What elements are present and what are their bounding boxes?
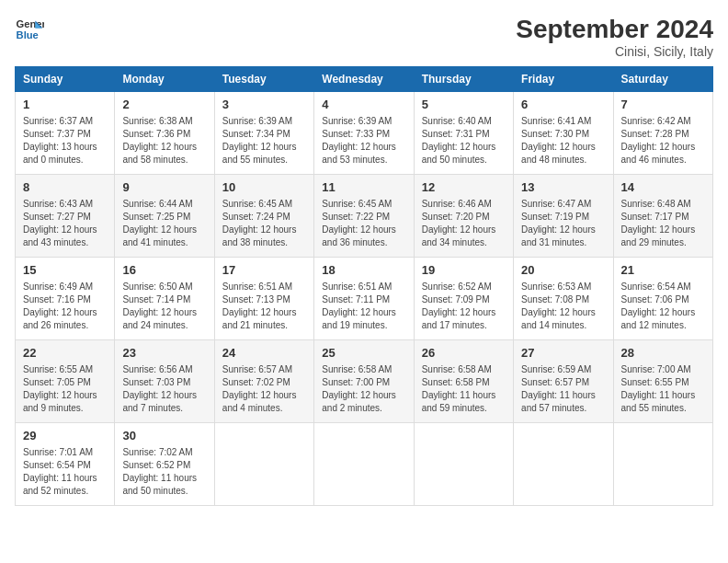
day-cell-10: 10Sunrise: 6:45 AM Sunset: 7:24 PM Dayli… (214, 175, 313, 258)
day-info: Sunrise: 6:39 AM Sunset: 7:34 PM Dayligh… (222, 115, 306, 167)
location: Cinisi, Sicily, Italy (516, 44, 713, 59)
day-number: 14 (621, 179, 705, 196)
day-number: 25 (322, 345, 405, 362)
day-number: 20 (521, 262, 605, 279)
empty-cell (613, 423, 712, 506)
calendar-table: Sunday Monday Tuesday Wednesday Thursday… (15, 66, 713, 506)
day-info: Sunrise: 6:46 AM Sunset: 7:20 PM Dayligh… (422, 198, 506, 249)
day-cell-25: 25Sunrise: 6:58 AM Sunset: 7:00 PM Dayli… (314, 340, 414, 423)
month-year: September 2024 (516, 15, 713, 44)
day-number: 23 (122, 345, 206, 362)
day-info: Sunrise: 6:41 AM Sunset: 7:30 PM Dayligh… (521, 115, 605, 167)
day-number: 16 (122, 262, 206, 279)
day-info: Sunrise: 7:02 AM Sunset: 6:52 PM Dayligh… (122, 446, 206, 498)
day-info: Sunrise: 6:52 AM Sunset: 7:09 PM Dayligh… (422, 281, 506, 332)
day-number: 17 (222, 262, 306, 279)
day-cell-12: 12Sunrise: 6:46 AM Sunset: 7:20 PM Dayli… (414, 175, 513, 258)
day-cell-22: 22Sunrise: 6:55 AM Sunset: 7:05 PM Dayli… (16, 340, 115, 423)
day-info: Sunrise: 6:40 AM Sunset: 7:31 PM Dayligh… (422, 115, 506, 167)
day-info: Sunrise: 6:45 AM Sunset: 7:22 PM Dayligh… (322, 198, 405, 249)
title-block: September 2024 Cinisi, Sicily, Italy (516, 15, 713, 59)
day-number: 27 (521, 345, 605, 362)
day-info: Sunrise: 6:59 AM Sunset: 6:57 PM Dayligh… (521, 363, 605, 415)
day-cell-15: 15Sunrise: 6:49 AM Sunset: 7:16 PM Dayli… (16, 258, 115, 340)
day-number: 6 (521, 97, 605, 113)
day-number: 28 (621, 345, 705, 362)
day-info: Sunrise: 6:38 AM Sunset: 7:36 PM Dayligh… (122, 115, 206, 167)
day-cell-8: 8Sunrise: 6:43 AM Sunset: 7:27 PM Daylig… (16, 175, 115, 258)
day-cell-5: 5Sunrise: 6:40 AM Sunset: 7:31 PM Daylig… (414, 92, 513, 175)
weekday-header-row: Sunday Monday Tuesday Wednesday Thursday… (16, 67, 713, 92)
day-cell-6: 6Sunrise: 6:41 AM Sunset: 7:30 PM Daylig… (514, 92, 613, 175)
day-number: 19 (422, 262, 506, 279)
day-info: Sunrise: 6:48 AM Sunset: 7:17 PM Dayligh… (621, 198, 705, 249)
week-row-1: 1Sunrise: 6:37 AM Sunset: 7:37 PM Daylig… (16, 92, 713, 175)
day-cell-3: 3Sunrise: 6:39 AM Sunset: 7:34 PM Daylig… (214, 92, 313, 175)
svg-text:Blue: Blue (17, 29, 39, 40)
day-cell-16: 16Sunrise: 6:50 AM Sunset: 7:14 PM Dayli… (115, 258, 214, 340)
day-cell-24: 24Sunrise: 6:57 AM Sunset: 7:02 PM Dayli… (214, 340, 313, 423)
day-cell-1: 1Sunrise: 6:37 AM Sunset: 7:37 PM Daylig… (16, 92, 115, 175)
header-thursday: Thursday (414, 67, 513, 92)
day-cell-13: 13Sunrise: 6:47 AM Sunset: 7:19 PM Dayli… (514, 175, 613, 258)
day-number: 7 (621, 97, 705, 113)
day-number: 5 (422, 97, 506, 113)
day-cell-11: 11Sunrise: 6:45 AM Sunset: 7:22 PM Dayli… (314, 175, 414, 258)
day-number: 10 (222, 179, 306, 196)
day-number: 18 (322, 262, 405, 279)
day-number: 29 (23, 428, 107, 444)
day-info: Sunrise: 6:43 AM Sunset: 7:27 PM Dayligh… (23, 198, 107, 249)
header-tuesday: Tuesday (214, 67, 313, 92)
week-row-3: 15Sunrise: 6:49 AM Sunset: 7:16 PM Dayli… (16, 258, 713, 340)
day-number: 21 (621, 262, 705, 279)
day-cell-26: 26Sunrise: 6:58 AM Sunset: 6:58 PM Dayli… (414, 340, 513, 423)
day-number: 12 (422, 179, 506, 196)
day-cell-19: 19Sunrise: 6:52 AM Sunset: 7:09 PM Dayli… (414, 258, 513, 340)
header-sunday: Sunday (16, 67, 115, 92)
day-number: 30 (122, 428, 206, 444)
day-cell-28: 28Sunrise: 7:00 AM Sunset: 6:55 PM Dayli… (613, 340, 712, 423)
day-cell-2: 2Sunrise: 6:38 AM Sunset: 7:36 PM Daylig… (115, 92, 214, 175)
day-info: Sunrise: 6:51 AM Sunset: 7:13 PM Dayligh… (222, 281, 306, 332)
day-info: Sunrise: 6:45 AM Sunset: 7:24 PM Dayligh… (222, 198, 306, 249)
day-info: Sunrise: 6:51 AM Sunset: 7:11 PM Dayligh… (322, 281, 405, 332)
day-info: Sunrise: 7:00 AM Sunset: 6:55 PM Dayligh… (621, 363, 705, 415)
day-info: Sunrise: 6:39 AM Sunset: 7:33 PM Dayligh… (322, 115, 405, 167)
day-info: Sunrise: 6:44 AM Sunset: 7:25 PM Dayligh… (122, 198, 206, 249)
header-wednesday: Wednesday (314, 67, 414, 92)
day-info: Sunrise: 6:50 AM Sunset: 7:14 PM Dayligh… (122, 281, 206, 332)
empty-cell (214, 423, 313, 506)
empty-cell (514, 423, 613, 506)
day-cell-20: 20Sunrise: 6:53 AM Sunset: 7:08 PM Dayli… (514, 258, 613, 340)
day-cell-23: 23Sunrise: 6:56 AM Sunset: 7:03 PM Dayli… (115, 340, 214, 423)
day-number: 3 (222, 97, 306, 113)
page-header: General Blue September 2024 Cinisi, Sici… (15, 15, 713, 59)
day-cell-14: 14Sunrise: 6:48 AM Sunset: 7:17 PM Dayli… (613, 175, 712, 258)
day-cell-21: 21Sunrise: 6:54 AM Sunset: 7:06 PM Dayli… (613, 258, 712, 340)
day-info: Sunrise: 6:37 AM Sunset: 7:37 PM Dayligh… (23, 115, 107, 167)
day-number: 2 (122, 97, 206, 113)
day-number: 4 (322, 97, 405, 113)
header-friday: Friday (514, 67, 613, 92)
day-info: Sunrise: 6:54 AM Sunset: 7:06 PM Dayligh… (621, 281, 705, 332)
day-info: Sunrise: 6:58 AM Sunset: 6:58 PM Dayligh… (422, 363, 506, 415)
day-number: 9 (122, 179, 206, 196)
day-number: 15 (23, 262, 107, 279)
header-saturday: Saturday (613, 67, 712, 92)
day-cell-17: 17Sunrise: 6:51 AM Sunset: 7:13 PM Dayli… (214, 258, 313, 340)
week-row-5: 29Sunrise: 7:01 AM Sunset: 6:54 PM Dayli… (16, 423, 713, 506)
day-number: 13 (521, 179, 605, 196)
day-info: Sunrise: 6:49 AM Sunset: 7:16 PM Dayligh… (23, 281, 107, 332)
day-info: Sunrise: 7:01 AM Sunset: 6:54 PM Dayligh… (23, 446, 107, 498)
day-cell-30: 30Sunrise: 7:02 AM Sunset: 6:52 PM Dayli… (115, 423, 214, 506)
day-number: 26 (422, 345, 506, 362)
header-monday: Monday (115, 67, 214, 92)
empty-cell (314, 423, 414, 506)
day-info: Sunrise: 6:58 AM Sunset: 7:00 PM Dayligh… (322, 363, 405, 415)
day-number: 22 (23, 345, 107, 362)
day-info: Sunrise: 6:42 AM Sunset: 7:28 PM Dayligh… (621, 115, 705, 167)
day-cell-9: 9Sunrise: 6:44 AM Sunset: 7:25 PM Daylig… (115, 175, 214, 258)
logo: General Blue (15, 15, 44, 44)
day-cell-7: 7Sunrise: 6:42 AM Sunset: 7:28 PM Daylig… (613, 92, 712, 175)
day-info: Sunrise: 6:53 AM Sunset: 7:08 PM Dayligh… (521, 281, 605, 332)
